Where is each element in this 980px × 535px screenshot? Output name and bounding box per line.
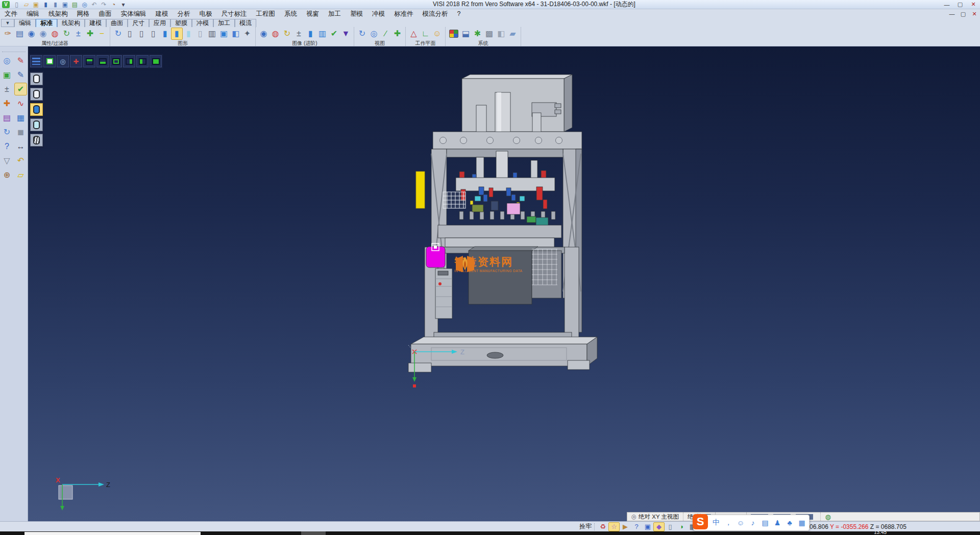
advanced-refresh-icon[interactable]: ↻: [281, 28, 293, 40]
pick-arrow-icon[interactable]: ▶: [620, 522, 631, 531]
window-layout-icon[interactable]: ▦: [14, 111, 27, 124]
open-file-icon[interactable]: ▱: [21, 1, 31, 9]
menu-item[interactable]: 模流分析: [418, 9, 453, 18]
toolbar-tab[interactable]: 模流: [235, 19, 256, 27]
preview-magnifier-icon[interactable]: ◎: [1, 54, 13, 67]
menu-item[interactable]: ?: [453, 9, 465, 18]
context-help-icon[interactable]: ?: [631, 522, 642, 531]
menu-item[interactable]: 实体编辑: [116, 9, 151, 18]
solid-cube-icon[interactable]: ◼: [14, 126, 27, 138]
curve-pen-icon[interactable]: ∿: [14, 97, 27, 110]
left-view-cube-icon[interactable]: [136, 55, 149, 67]
undo-icon[interactable]: ↶: [89, 1, 99, 9]
view-mode-indicator[interactable]: 绝对 XY 主视图: [639, 513, 679, 521]
open-model-icon[interactable]: ▱: [14, 168, 27, 181]
measure-distance-icon[interactable]: ↔: [14, 140, 27, 153]
windows-taskbar[interactable]: 13:45: [0, 531, 980, 535]
restore-button[interactable]: ▢: [953, 0, 967, 9]
menu-item[interactable]: 塑模: [346, 9, 368, 18]
visi-logo[interactable]: V: [2, 1, 10, 8]
sogou-logo-icon[interactable]: S: [693, 514, 708, 529]
advanced-apply-icon[interactable]: ✔: [328, 28, 340, 40]
advanced-striped-icon[interactable]: ▥: [316, 28, 328, 40]
edit-render-icon[interactable]: ◧: [230, 28, 241, 40]
transparent-mode-icon[interactable]: [30, 118, 43, 131]
menu-item[interactable]: 分析: [173, 9, 195, 18]
mdi-close-button[interactable]: ✕: [969, 10, 980, 18]
minimize-button[interactable]: —: [940, 0, 953, 9]
mdi-minimize-button[interactable]: —: [946, 10, 958, 18]
toolbar-tab[interactable]: 冲模: [192, 19, 213, 27]
mdi-restore-button[interactable]: ▢: [958, 10, 969, 18]
light-cylinder-icon[interactable]: ▯: [194, 28, 206, 40]
wireframe-mode-icon[interactable]: [30, 72, 43, 85]
advanced-toggle-icon[interactable]: ±: [293, 28, 305, 40]
view-list-icon[interactable]: [30, 55, 42, 67]
shaded-mode-icon[interactable]: [30, 103, 43, 116]
group-render-icon[interactable]: ▣: [218, 28, 230, 40]
machine-3d-model[interactable]: Z X Z: [28, 46, 980, 522]
menu-item[interactable]: 文件: [0, 9, 22, 18]
ime-account-icon[interactable]: ♟: [771, 517, 783, 529]
front-view-cube-icon[interactable]: [110, 55, 122, 67]
menu-item[interactable]: 加工: [324, 9, 346, 18]
toggle-visibility-icon[interactable]: ±: [72, 28, 84, 40]
lock-toggle[interactable]: 拴牢: [579, 522, 592, 531]
zoom-scale-icon[interactable]: ±: [1, 83, 13, 95]
top-view-cube-icon[interactable]: [83, 55, 95, 67]
regenerate-icon[interactable]: ↻: [112, 28, 124, 40]
preview-document-icon[interactable]: ▤: [14, 28, 26, 40]
print-icon[interactable]: ▤: [70, 1, 80, 9]
menu-item[interactable]: 建模: [151, 9, 173, 18]
navigator-wheel-icon[interactable]: ⊕: [1, 168, 13, 181]
render-settings-icon[interactable]: ✦: [241, 28, 253, 40]
save-all-icon[interactable]: ▣: [60, 1, 70, 9]
workplane-xyz-icon[interactable]: △: [408, 28, 420, 40]
new-file-icon[interactable]: ▯: [12, 1, 21, 9]
toolbar-tab[interactable]: 线架构: [57, 19, 85, 27]
workplane-align-icon[interactable]: ∟: [420, 28, 431, 40]
ime-language-toggle-icon[interactable]: 中: [710, 517, 722, 529]
axis-orientation-icon[interactable]: ✚: [70, 55, 82, 67]
taskbar-app-button[interactable]: [301, 531, 326, 535]
hidden-line-cylinder-icon[interactable]: ▯: [136, 28, 148, 40]
hide-entities-icon[interactable]: ◉: [37, 28, 49, 40]
toolbar-tab[interactable]: 曲面: [106, 19, 128, 27]
shaded-cylinder-icon[interactable]: ▮: [159, 28, 171, 40]
delete-entity-icon[interactable]: ▽: [1, 154, 13, 167]
view-rotate-icon[interactable]: ↻: [356, 28, 368, 40]
toolbar-tab[interactable]: 尺寸: [128, 19, 149, 27]
ime-emoji-icon[interactable]: ☺: [734, 517, 747, 529]
refresh-model-icon[interactable]: ↻: [1, 126, 13, 138]
remove-from-view-icon[interactable]: −: [96, 28, 108, 40]
ime-punctuation-icon[interactable]: ，: [722, 517, 734, 529]
toolbar-tab[interactable]: 编辑: [14, 19, 36, 27]
system-grid-icon[interactable]: ▩: [483, 28, 495, 40]
system-capture-icon[interactable]: ◧: [495, 28, 507, 40]
refresh-visibility-icon[interactable]: ↻: [61, 28, 72, 40]
hatched-cylinder-icon[interactable]: ▥: [206, 28, 218, 40]
sketch-pen-icon[interactable]: ✎: [14, 68, 27, 81]
panel-grip[interactable]: [2, 47, 26, 52]
3d-viewport[interactable]: Z X Z: [28, 46, 980, 522]
view-axes-icon[interactable]: ✚: [391, 28, 403, 40]
system-slab-icon[interactable]: ▰: [507, 28, 519, 40]
transparent-cylinder-icon[interactable]: ▮: [183, 28, 194, 40]
bottom-view-cube-icon[interactable]: [96, 55, 109, 67]
shaded-edges-cylinder-icon[interactable]: ▮: [171, 28, 183, 40]
ime-voice-icon[interactable]: ♪: [747, 517, 759, 529]
ucs-cube-icon[interactable]: ◆: [653, 522, 665, 531]
redo-icon[interactable]: ↷: [99, 1, 109, 9]
view-zoom-icon[interactable]: ◎: [368, 28, 380, 40]
view-measure-icon[interactable]: ∕: [380, 28, 391, 40]
close-button[interactable]: ✕: [967, 0, 980, 9]
ime-skin-icon[interactable]: ♣: [783, 517, 796, 529]
toolbar-tab[interactable]: 建模: [85, 19, 106, 27]
menu-item[interactable]: 线架构: [44, 9, 72, 18]
workplane-user-icon[interactable]: ☺: [431, 28, 443, 40]
palette-icon[interactable]: ▤: [1, 111, 13, 124]
analysis-mode-icon[interactable]: [30, 134, 43, 147]
system-monitor-icon[interactable]: ⬓: [460, 28, 472, 40]
toolbar-tab[interactable]: 应用: [149, 19, 170, 27]
menu-item[interactable]: 曲面: [94, 9, 116, 18]
